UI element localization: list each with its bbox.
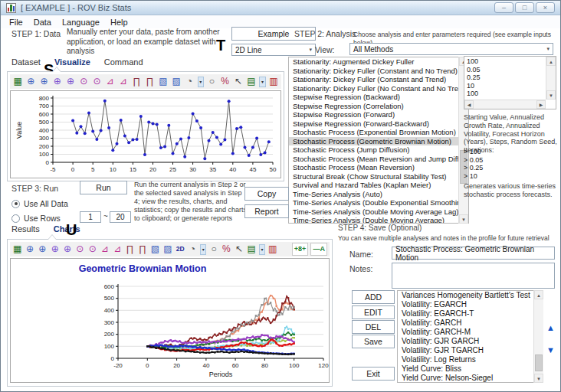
cursor-icon[interactable]: ↖ xyxy=(234,243,244,255)
mouse-icon[interactable]: ○ xyxy=(208,243,218,255)
bar-style-icon[interactable]: ∏ xyxy=(125,243,135,255)
method-item[interactable]: Stationarity: Dickey Fuller (No Constant… xyxy=(289,84,458,93)
image-export-icon-dropdown[interactable]: ▾ xyxy=(259,77,266,87)
parameters-vscrollbar[interactable]: ▲ ▼ xyxy=(546,57,556,100)
saved-analysis-item[interactable]: Yield Curve: Nelson-Siegel xyxy=(398,374,533,383)
menu-item[interactable]: File xyxy=(4,18,28,27)
zoom-in-icon[interactable]: ⊙ xyxy=(92,76,103,87)
pan-vertical-icon[interactable]: ⊕ xyxy=(50,243,60,255)
saved-analysis-item[interactable]: Volatility: Log Returns xyxy=(398,355,533,364)
method-item[interactable]: Time-Series Analysis (Double Moving Aver… xyxy=(289,207,458,217)
move-up-icon[interactable]: ▲ xyxy=(546,323,555,332)
saved-list-scrollbar[interactable]: ▲ ▼ xyxy=(533,290,543,383)
chart-image-icon[interactable]: ▦ xyxy=(12,76,23,87)
rotate-icon[interactable]: ◔ xyxy=(188,243,198,255)
scroll-down-icon[interactable]: ▼ xyxy=(534,374,543,383)
row-from-input[interactable]: 1 xyxy=(80,211,101,223)
row-to-input[interactable]: 20 xyxy=(110,211,131,223)
method-item[interactable]: Time-Series Analysis (Double Moving Aver… xyxy=(289,216,458,224)
view-dropdown[interactable]: All Methods ▾ xyxy=(349,43,553,55)
saved-analysis-item[interactable]: Volatility: GJR TGARCH xyxy=(398,346,533,355)
maximize-button[interactable]: □ xyxy=(515,2,534,13)
tab[interactable]: Visualize xyxy=(54,57,90,67)
method-item[interactable]: Stepwise Regression (Backward) xyxy=(289,93,458,102)
method-item[interactable]: Time-Series Analysis (Double Exponential… xyxy=(289,198,458,207)
parameter-value[interactable]: 10 xyxy=(467,82,546,90)
close-button[interactable]: × xyxy=(536,2,555,13)
bar-style-icon[interactable]: ∏ xyxy=(131,76,142,87)
chart-type-dropdown[interactable]: 2D Line ▾ xyxy=(231,44,316,56)
menu-item[interactable]: Language xyxy=(57,18,105,27)
method-item[interactable]: Stepwise Regression (Forward-Backward) xyxy=(289,119,458,129)
axis-x-icon[interactable]: ⊿ xyxy=(100,243,110,255)
method-item[interactable]: Survival and Hazard Tables (Kaplan Meier… xyxy=(289,181,458,190)
rotate-icon-dropdown[interactable]: ▾ xyxy=(198,77,205,87)
zoom-in-icon[interactable]: ⊙ xyxy=(87,243,97,255)
pan-all-icon[interactable]: ⊕ xyxy=(25,243,34,255)
saved-analysis-item[interactable]: Volatility: EGARCH-T xyxy=(398,309,533,318)
parameter-value[interactable]: 100 xyxy=(467,90,546,98)
method-item[interactable]: Stochastic Process (Exponential Brownian… xyxy=(289,128,458,137)
parameter-example[interactable]: > 100 xyxy=(464,180,559,181)
menu-item[interactable]: Data xyxy=(28,18,57,27)
parameters-hscrollbar[interactable]: ◀ ▶ xyxy=(464,100,546,109)
axis-y-icon[interactable]: ⊿ xyxy=(113,243,123,255)
scrollbar-thumb[interactable] xyxy=(535,354,543,371)
scroll-up-icon[interactable]: ▲ xyxy=(534,290,543,299)
name-input[interactable]: Stochastic Process: Geometric Brownian M… xyxy=(392,247,555,260)
saved-analysis-item[interactable]: Volatility: EGARCH xyxy=(398,300,533,309)
copy-button[interactable]: Copy xyxy=(244,187,289,201)
method-item[interactable]: Stepwise Regression (Correlation) xyxy=(289,102,458,111)
method-item[interactable]: Stochastic Process (Mean Reversion) xyxy=(289,163,458,172)
method-item[interactable]: Stochastic Process (Mean Reversion and J… xyxy=(289,155,458,164)
cube-copy-icon[interactable]: ▨ xyxy=(171,76,182,87)
scroll-left-icon[interactable]: ◀ xyxy=(464,100,474,109)
parameter-example[interactable]: > 100 xyxy=(464,148,559,156)
image-export-icon[interactable]: ▤ xyxy=(246,243,256,255)
pan-all-icon[interactable]: ⊕ xyxy=(25,76,36,87)
mouse-icon[interactable]: ○ xyxy=(206,76,217,87)
parameter-value[interactable]: 100 xyxy=(467,57,546,66)
report-button[interactable]: Report xyxy=(244,204,289,218)
pan-lock-icon[interactable]: ⊕ xyxy=(65,76,76,87)
cube-copy-icon[interactable]: ▨ xyxy=(162,243,172,255)
parameter-example[interactable]: > 0.25 xyxy=(464,164,559,172)
cube-icon[interactable]: ▧ xyxy=(158,76,169,87)
move-down-icon[interactable]: ▼ xyxy=(546,345,555,354)
saved-analysis-item[interactable]: Variances Homogeneity Bartlett's Test xyxy=(398,291,533,300)
parameter-example[interactable]: > 0.05 xyxy=(464,156,559,165)
scroll-down-icon[interactable]: ▼ xyxy=(546,90,556,100)
chart-2d-icon[interactable]: 2D xyxy=(175,243,185,255)
zoom-out-icon[interactable]: ⊙ xyxy=(78,76,89,87)
pointer-percent-icon[interactable]: % xyxy=(221,243,231,255)
minimize-button[interactable]: – xyxy=(494,2,513,13)
bar-style-alt-icon[interactable]: ∏ xyxy=(145,76,156,87)
bar-style-alt-icon[interactable]: ∏ xyxy=(137,243,147,255)
image-export-icon-dropdown[interactable]: ▾ xyxy=(259,244,265,255)
notes-textarea[interactable] xyxy=(392,263,555,289)
use-rows-radio[interactable]: Use Rows xyxy=(11,214,61,223)
pan-lock-icon[interactable]: ⊕ xyxy=(62,243,72,255)
scroll-right-icon[interactable]: ▶ xyxy=(536,100,546,109)
del-button[interactable]: DEL xyxy=(352,320,395,334)
pointer-percent-icon[interactable]: % xyxy=(219,76,230,87)
method-item[interactable]: Stationarity: Dickey Fuller (Constant an… xyxy=(289,67,458,76)
chart-red-icon[interactable]: ▥ xyxy=(268,76,279,87)
chart-image-icon[interactable]: ▦ xyxy=(12,243,22,255)
parameter-value[interactable]: 0.25 xyxy=(467,74,546,82)
image-export-icon[interactable]: ▤ xyxy=(246,76,257,87)
saved-analysis-item[interactable]: Yield Curve: Bliss xyxy=(398,364,533,374)
zoom-out-icon[interactable]: ⊙ xyxy=(75,243,85,255)
cube-icon[interactable]: ▧ xyxy=(150,243,160,255)
scroll-up-icon[interactable]: ▲ xyxy=(546,57,556,66)
axis-font-icon[interactable]: —A xyxy=(310,243,327,256)
method-item[interactable]: Stepwise Regression (Forward) xyxy=(289,110,458,119)
method-item[interactable]: Stochastic Process (Jump Diffusion) xyxy=(289,145,458,155)
rotate-icon-dropdown[interactable]: ▾ xyxy=(200,244,206,255)
method-item[interactable]: Structural Break (Chow Structural Stabil… xyxy=(289,172,458,181)
saved-analysis-item[interactable]: Volatility: GARCH-M xyxy=(398,328,533,337)
saved-analysis-item[interactable]: Volatility: GJR GARCH xyxy=(398,337,533,346)
method-item[interactable]: Stationarity: Dickey Fuller (Constant an… xyxy=(289,75,458,84)
saved-analysis-item[interactable]: Volatility: GARCH xyxy=(398,318,533,328)
tab[interactable]: Results xyxy=(11,224,40,234)
